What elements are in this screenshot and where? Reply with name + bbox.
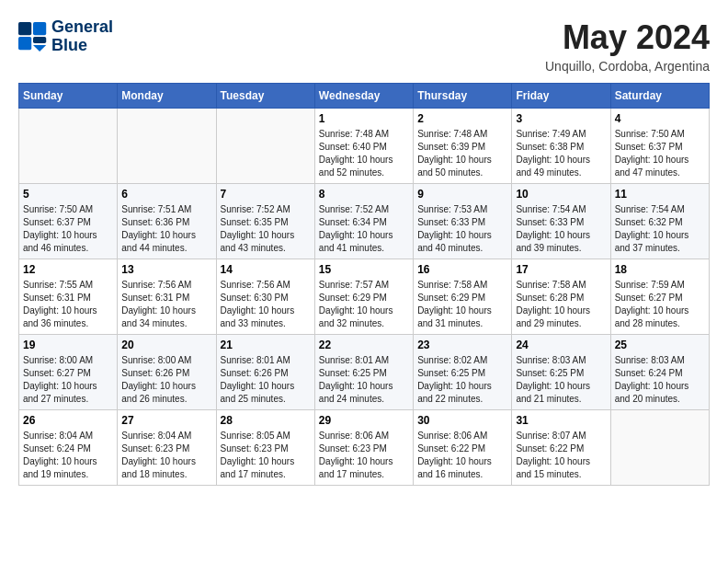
weekday-header: Monday xyxy=(118,84,216,109)
day-number: 16 xyxy=(417,263,507,276)
day-info: Sunrise: 8:00 AMSunset: 6:27 PMDaylight:… xyxy=(23,354,113,406)
day-info: Sunrise: 8:01 AMSunset: 6:25 PMDaylight:… xyxy=(319,354,409,406)
calendar-cell: 26Sunrise: 8:04 AMSunset: 6:24 PMDayligh… xyxy=(19,410,118,486)
day-info: Sunrise: 7:58 AMSunset: 6:29 PMDaylight:… xyxy=(417,279,507,330)
day-number: 17 xyxy=(516,263,606,276)
calendar-cell: 6Sunrise: 7:51 AMSunset: 6:36 PMDaylight… xyxy=(118,184,216,259)
location: Unquillo, Cordoba, Argentina xyxy=(545,59,710,74)
calendar-week-row: 1Sunrise: 7:48 AMSunset: 6:40 PMDaylight… xyxy=(19,109,710,184)
calendar-cell: 28Sunrise: 8:05 AMSunset: 6:23 PMDayligh… xyxy=(216,410,314,486)
day-info: Sunrise: 8:02 AMSunset: 6:25 PMDaylight:… xyxy=(417,354,507,406)
day-info: Sunrise: 7:50 AMSunset: 6:37 PMDaylight:… xyxy=(615,128,705,179)
calendar-cell: 5Sunrise: 7:50 AMSunset: 6:37 PMDaylight… xyxy=(19,184,118,259)
calendar-cell: 30Sunrise: 8:06 AMSunset: 6:22 PMDayligh… xyxy=(414,410,512,486)
weekday-row: SundayMondayTuesdayWednesdayThursdayFrid… xyxy=(19,84,710,109)
day-info: Sunrise: 8:06 AMSunset: 6:22 PMDaylight:… xyxy=(417,430,507,481)
day-info: Sunrise: 8:00 AMSunset: 6:26 PMDaylight:… xyxy=(121,354,211,406)
calendar-cell: 14Sunrise: 7:56 AMSunset: 6:30 PMDayligh… xyxy=(216,259,314,335)
day-number: 12 xyxy=(23,263,113,276)
calendar-cell xyxy=(118,109,216,184)
calendar-cell: 8Sunrise: 7:52 AMSunset: 6:34 PMDaylight… xyxy=(314,184,413,259)
calendar-cell: 19Sunrise: 8:00 AMSunset: 6:27 PMDayligh… xyxy=(19,335,118,410)
day-number: 6 xyxy=(121,188,211,201)
day-info: Sunrise: 7:51 AMSunset: 6:36 PMDaylight:… xyxy=(121,203,211,255)
calendar-table: SundayMondayTuesdayWednesdayThursdayFrid… xyxy=(18,83,710,486)
calendar-cell: 23Sunrise: 8:02 AMSunset: 6:25 PMDayligh… xyxy=(414,335,512,410)
calendar-cell: 29Sunrise: 8:06 AMSunset: 6:23 PMDayligh… xyxy=(314,410,413,486)
logo-icon xyxy=(18,22,48,52)
day-info: Sunrise: 7:56 AMSunset: 6:31 PMDaylight:… xyxy=(121,279,211,330)
day-number: 2 xyxy=(417,112,507,125)
calendar-cell: 13Sunrise: 7:56 AMSunset: 6:31 PMDayligh… xyxy=(118,259,216,335)
day-number: 29 xyxy=(319,414,409,427)
calendar-cell: 10Sunrise: 7:54 AMSunset: 6:33 PMDayligh… xyxy=(512,184,610,259)
calendar-cell: 11Sunrise: 7:54 AMSunset: 6:32 PMDayligh… xyxy=(610,184,709,259)
logo-line2: Blue xyxy=(51,37,113,55)
calendar-cell: 12Sunrise: 7:55 AMSunset: 6:31 PMDayligh… xyxy=(19,259,118,335)
day-number: 30 xyxy=(417,414,507,427)
day-number: 26 xyxy=(23,414,113,427)
day-info: Sunrise: 8:07 AMSunset: 6:22 PMDaylight:… xyxy=(516,430,606,481)
day-number: 13 xyxy=(121,263,211,276)
calendar-cell: 1Sunrise: 7:48 AMSunset: 6:40 PMDaylight… xyxy=(314,109,413,184)
day-number: 19 xyxy=(23,339,113,351)
day-number: 31 xyxy=(516,414,606,427)
svg-rect-2 xyxy=(18,37,31,50)
day-info: Sunrise: 7:54 AMSunset: 6:33 PMDaylight:… xyxy=(516,203,606,255)
day-number: 28 xyxy=(221,414,311,427)
calendar-cell: 21Sunrise: 8:01 AMSunset: 6:26 PMDayligh… xyxy=(216,335,314,410)
calendar-cell xyxy=(610,410,709,486)
calendar-cell: 16Sunrise: 7:58 AMSunset: 6:29 PMDayligh… xyxy=(414,259,512,335)
day-number: 1 xyxy=(319,112,409,125)
calendar-week-row: 19Sunrise: 8:00 AMSunset: 6:27 PMDayligh… xyxy=(19,335,710,410)
day-number: 10 xyxy=(516,188,606,201)
logo-line1: General xyxy=(51,18,113,37)
day-info: Sunrise: 8:03 AMSunset: 6:25 PMDaylight:… xyxy=(516,354,606,406)
day-info: Sunrise: 7:48 AMSunset: 6:40 PMDaylight:… xyxy=(319,128,409,179)
day-number: 11 xyxy=(615,188,705,201)
day-info: Sunrise: 7:58 AMSunset: 6:28 PMDaylight:… xyxy=(516,279,606,330)
day-info: Sunrise: 7:53 AMSunset: 6:33 PMDaylight:… xyxy=(417,203,507,255)
calendar-cell xyxy=(19,109,118,184)
logo: General Blue xyxy=(18,18,113,55)
day-number: 18 xyxy=(615,263,705,276)
calendar-cell xyxy=(216,109,314,184)
calendar-cell: 31Sunrise: 8:07 AMSunset: 6:22 PMDayligh… xyxy=(512,410,610,486)
svg-rect-0 xyxy=(18,22,31,35)
day-info: Sunrise: 7:54 AMSunset: 6:32 PMDaylight:… xyxy=(615,203,705,255)
calendar-cell: 4Sunrise: 7:50 AMSunset: 6:37 PMDaylight… xyxy=(610,109,709,184)
day-info: Sunrise: 8:04 AMSunset: 6:23 PMDaylight:… xyxy=(121,430,211,481)
day-number: 23 xyxy=(417,339,507,351)
day-info: Sunrise: 7:49 AMSunset: 6:38 PMDaylight:… xyxy=(516,128,606,179)
day-number: 24 xyxy=(516,339,606,351)
day-number: 25 xyxy=(615,339,705,351)
day-number: 20 xyxy=(121,339,211,351)
calendar-cell: 9Sunrise: 7:53 AMSunset: 6:33 PMDaylight… xyxy=(414,184,512,259)
calendar-cell: 15Sunrise: 7:57 AMSunset: 6:29 PMDayligh… xyxy=(314,259,413,335)
day-number: 14 xyxy=(221,263,311,276)
day-number: 8 xyxy=(319,188,409,201)
day-number: 3 xyxy=(516,112,606,125)
page-header: General Blue May 2024 Unquillo, Cordoba,… xyxy=(18,18,710,74)
day-number: 9 xyxy=(417,188,507,201)
day-info: Sunrise: 7:52 AMSunset: 6:35 PMDaylight:… xyxy=(221,203,311,255)
calendar-cell: 17Sunrise: 7:58 AMSunset: 6:28 PMDayligh… xyxy=(512,259,610,335)
day-info: Sunrise: 7:50 AMSunset: 6:37 PMDaylight:… xyxy=(23,203,113,255)
day-info: Sunrise: 8:01 AMSunset: 6:26 PMDaylight:… xyxy=(221,354,311,406)
calendar-body: 1Sunrise: 7:48 AMSunset: 6:40 PMDaylight… xyxy=(19,109,710,486)
day-info: Sunrise: 8:04 AMSunset: 6:24 PMDaylight:… xyxy=(23,430,113,481)
day-number: 22 xyxy=(319,339,409,351)
calendar-week-row: 12Sunrise: 7:55 AMSunset: 6:31 PMDayligh… xyxy=(19,259,710,335)
calendar-cell: 20Sunrise: 8:00 AMSunset: 6:26 PMDayligh… xyxy=(118,335,216,410)
calendar-cell: 3Sunrise: 7:49 AMSunset: 6:38 PMDaylight… xyxy=(512,109,610,184)
day-info: Sunrise: 8:05 AMSunset: 6:23 PMDaylight:… xyxy=(221,430,311,481)
weekday-header: Wednesday xyxy=(314,84,413,109)
month-title: May 2024 xyxy=(545,18,710,57)
day-info: Sunrise: 7:55 AMSunset: 6:31 PMDaylight:… xyxy=(23,279,113,330)
svg-marker-4 xyxy=(33,45,46,52)
weekday-header: Sunday xyxy=(19,84,118,109)
day-number: 4 xyxy=(615,112,705,125)
weekday-header: Thursday xyxy=(414,84,512,109)
calendar-header: SundayMondayTuesdayWednesdayThursdayFrid… xyxy=(19,84,710,109)
day-info: Sunrise: 7:52 AMSunset: 6:34 PMDaylight:… xyxy=(319,203,409,255)
